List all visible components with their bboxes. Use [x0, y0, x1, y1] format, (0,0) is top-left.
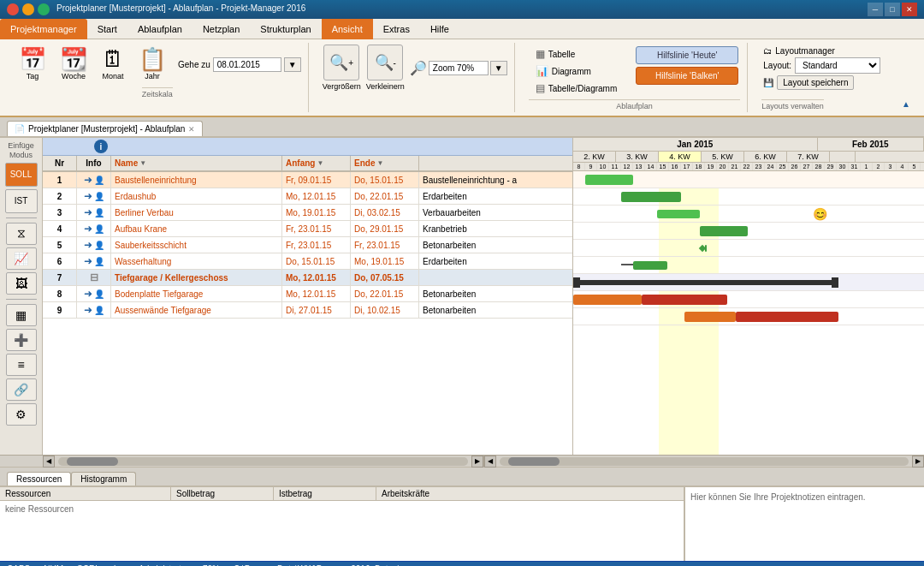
sidebar-link-btn[interactable]: 🔗	[6, 378, 37, 401]
hilfslinie-balken-btn[interactable]: Hilfslinie 'Balken'	[636, 67, 738, 85]
layout-label: Layout:	[763, 61, 791, 70]
goto-dropdown-btn[interactable]: ▼	[284, 57, 301, 72]
gantt-day: 9	[585, 163, 597, 170]
enlarge-btn[interactable]: 🔍+	[323, 45, 359, 80]
sidebar-rows-btn[interactable]: ≡	[6, 354, 37, 376]
cell-desc: Betonarbeiten	[419, 302, 572, 318]
doc-tab-ablaufplan[interactable]: 📄 Projektplaner [Musterprojekt] - Ablauf…	[7, 121, 203, 136]
table-row[interactable]: 3 ➜ 👤 Berliner Verbau Mo, 19.01.15 Di, 0…	[43, 205, 572, 221]
hilfslinie-heute-btn[interactable]: Hilfslinie 'Heute'	[636, 46, 738, 64]
scroll-right-btn[interactable]: ▶	[471, 456, 483, 468]
goto-label: Gehe zu	[178, 60, 210, 69]
bottom-notes[interactable]: Hier können Sie Ihre Projektnotizen eint…	[684, 487, 924, 561]
menu-ablaufplan[interactable]: Ablaufplan	[127, 19, 192, 39]
sidebar-image-btn[interactable]: 🖼	[6, 272, 37, 295]
bottom-tab-histogramm[interactable]: Histogramm	[71, 472, 136, 486]
layouts-label: Layouts verwalten	[761, 99, 824, 110]
soll-btn[interactable]: SOLL	[5, 163, 38, 187]
gantt-bar-6	[633, 261, 667, 270]
zoom-dropdown-btn[interactable]: ▼	[490, 61, 507, 75]
gantt-day: 31	[849, 163, 861, 170]
collapse-icon[interactable]: ⊟	[90, 271, 98, 283]
cell-info: ➜ 👤	[77, 221, 111, 236]
cell-nr: 5	[43, 237, 77, 253]
window-controls[interactable]: ─ □ ✕	[868, 3, 917, 16]
scroll-left-btn[interactable]: ◀	[43, 456, 55, 468]
header-anfang[interactable]: Anfang ▼	[282, 156, 351, 170]
close-button[interactable]: ✕	[902, 3, 917, 16]
gantt-scroll-track[interactable]	[500, 457, 909, 466]
bottom-tab-ressourcen[interactable]: Ressourcen	[7, 472, 71, 486]
menu-strukturplan[interactable]: Strukturplan	[250, 19, 321, 39]
sidebar-filter-btn[interactable]: ⧖	[6, 223, 37, 245]
menu-hilfe[interactable]: Hilfe	[420, 19, 459, 39]
gantt-months: Jan 2015 Feb 2015	[573, 138, 924, 152]
shrink-btn[interactable]: 🔍-	[367, 45, 403, 80]
cell-info: ➜ 👤	[77, 205, 111, 220]
scroll-thumb[interactable]	[67, 457, 118, 466]
header-ende[interactable]: Ende ▼	[351, 156, 419, 170]
table-row[interactable]: 9 ➜ 👤 Aussenwände Tiefgarage Di, 27.01.1…	[43, 302, 572, 319]
year-btn[interactable]: 📋 Jahr	[133, 45, 171, 84]
layout-select[interactable]: Standard	[795, 57, 880, 74]
gantt-week-3: 3. KW	[616, 152, 659, 162]
maximize-button[interactable]: □	[885, 3, 900, 16]
sidebar-chart-btn[interactable]: 📈	[6, 247, 37, 270]
gantt-day: 28	[813, 163, 825, 170]
filter-icon: ⧖	[17, 226, 26, 241]
week-btn[interactable]: 📆 Woche	[55, 45, 92, 84]
table-row[interactable]: 1 ➜ 👤 Baustelleneinrichtung Fr, 09.01.15…	[43, 172, 572, 188]
sidebar-plus-btn[interactable]: ➕	[6, 329, 37, 351]
ablauf-options: Hilfslinie 'Heute' Hilfslinie 'Balken'	[634, 45, 740, 98]
gantt-day: 18	[693, 163, 705, 170]
table-row[interactable]: 4 ➜ 👤 Aufbau Krane Fr, 23.01.15 Do, 29.0…	[43, 221, 572, 237]
ribbon-collapse-btn[interactable]: ▲	[902, 99, 910, 109]
day-btn[interactable]: 📅 Tag	[14, 45, 51, 84]
tabelle-btn[interactable]: ▦ Tabelle	[530, 46, 623, 62]
table-scroll-track[interactable]: ◀ ▶	[43, 456, 483, 467]
sidebar-table-btn[interactable]: ▦	[6, 304, 37, 326]
menu-projektmanager[interactable]: Projektmanager	[0, 19, 87, 39]
zoom-input[interactable]	[429, 61, 489, 75]
goto-date-input[interactable]	[213, 57, 281, 72]
gantt-scroll-right-btn[interactable]: ▶	[912, 456, 924, 468]
scroll-track[interactable]	[58, 457, 468, 466]
header-info[interactable]: Info	[77, 156, 111, 170]
cell-info: ➜ 👤	[77, 237, 111, 253]
table-row[interactable]: 5 ➜ 👤 Sauberkeitsschicht Fr, 23.01.15 Fr…	[43, 237, 572, 253]
minimize-button[interactable]: ─	[868, 3, 883, 16]
table-row[interactable]: 6 ➜ 👤 Wasserhaltung Do, 15.01.15 Mo, 19.…	[43, 253, 572, 270]
gantt-week-7: 7. KW	[787, 152, 830, 162]
menu-extras[interactable]: Extras	[373, 19, 420, 39]
gantt-week-4: 4. KW	[659, 152, 702, 162]
table-row[interactable]: 7 ⊟ Tiefgarage / Kellergeschoss Mo, 12.0…	[43, 270, 572, 286]
sidebar-settings-btn[interactable]: ⚙	[6, 403, 37, 426]
cell-info: ➜ 👤	[77, 253, 111, 269]
shrink-label: Verkleinern	[366, 82, 405, 91]
layout-save-btn[interactable]: Layout speichern	[777, 75, 854, 90]
ribbon-zeitskala-group: 📅 Tag 📆 Woche 🗓 Monat 📋 Jahr Gehe zu ▼	[7, 43, 309, 112]
diagramm-btn[interactable]: 📊 Diagramm	[530, 63, 623, 79]
menu-start[interactable]: Start	[87, 19, 127, 39]
gantt-scroll-track[interactable]: ◀ ▶	[483, 456, 925, 467]
header-name[interactable]: Name ▼	[111, 156, 282, 170]
cell-anfang: Mo, 12.01.15	[282, 188, 351, 204]
gantt-bar-5b	[705, 245, 707, 252]
gantt-header: Jan 2015 Feb 2015 2. KW 3. KW 4. KW 5. K…	[573, 138, 924, 171]
gantt-scroll-thumb[interactable]	[508, 457, 560, 466]
table-row[interactable]: 2 ➜ 👤 Erdaushub Mo, 12.01.15 Do, 22.01.1…	[43, 188, 572, 205]
month-btn[interactable]: 🗓 Monat	[96, 45, 130, 84]
layout-manager-icon: 🗂	[763, 46, 772, 56]
tabelle-diagramm-btn[interactable]: ▤ Tabelle/Diagramm	[530, 80, 623, 96]
ende-sort-icon: ▼	[376, 159, 383, 167]
row-arrow-icon: ➜	[84, 174, 92, 186]
tabelle-diagramm-icon: ▤	[536, 82, 545, 94]
gantt-scroll-left-btn[interactable]: ◀	[484, 456, 496, 468]
header-nr[interactable]: Nr	[43, 156, 77, 170]
cell-anfang: Di, 27.01.15	[282, 302, 351, 318]
menu-ansicht[interactable]: Ansicht	[322, 19, 373, 39]
doc-tab-close-btn[interactable]: ✕	[188, 125, 195, 134]
ist-btn[interactable]: IST	[5, 189, 38, 213]
menu-netzplan[interactable]: Netzplan	[192, 19, 250, 39]
table-row[interactable]: 8 ➜ 👤 Bodenplatte Tiefgarage Mo, 12.01.1…	[43, 286, 572, 302]
